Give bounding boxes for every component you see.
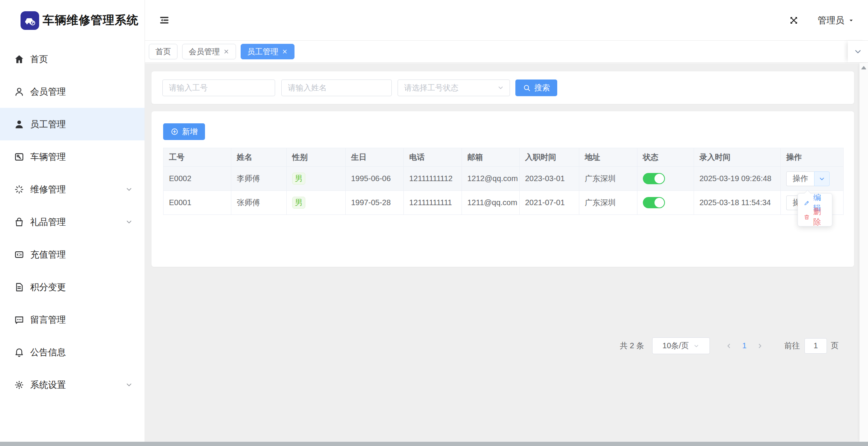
scrollbar-up-arrow-icon[interactable] <box>861 66 866 69</box>
table-header-row: 工号 姓名 性别 生日 电话 邮箱 入职时间 地址 状态 录入时间 操作 <box>164 148 844 167</box>
topbar: 管理员 <box>145 0 868 41</box>
col-header-status: 状态 <box>637 148 694 167</box>
tabbar: 首页 会员管理 员工管理 <box>145 41 868 63</box>
status-select[interactable]: 请选择工号状态 <box>398 80 510 96</box>
add-button-label: 新增 <box>182 126 198 137</box>
sidebar-item-label: 员工管理 <box>30 118 66 130</box>
chevron-down-icon <box>125 185 133 193</box>
cell-name: 李师傅 <box>231 167 287 191</box>
employee-table-card: 新增 工号 姓名 性别 生日 电话 邮箱 入职时间 地址 状态 <box>152 111 854 267</box>
vertical-scrollbar[interactable] <box>859 63 868 442</box>
cell-phone: 12111111112 <box>404 167 462 191</box>
row-action-button[interactable]: 操作 <box>786 171 830 186</box>
vehicle-icon <box>14 152 24 162</box>
col-header-phone: 电话 <box>404 148 462 167</box>
points-icon <box>14 282 24 292</box>
status-select-placeholder: 请选择工号状态 <box>404 83 497 93</box>
cell-id: E0001 <box>164 191 231 215</box>
cell-created-at: 2025-03-19 09:26:48 <box>694 167 781 191</box>
cell-name: 张师傅 <box>231 191 287 215</box>
plus-circle-icon <box>170 128 179 136</box>
sidebar-item-members[interactable]: 会员管理 <box>0 75 145 108</box>
employee-name-input[interactable] <box>281 80 392 96</box>
status-toggle[interactable] <box>643 173 665 184</box>
cell-email: 1212@qq.com <box>462 167 520 191</box>
settings-gear-icon <box>14 380 24 390</box>
pagination-total: 共 2 条 <box>620 341 644 351</box>
pagination: 共 2 条 10条/页 1 前往 页 <box>620 337 839 354</box>
main-area: 管理员 首页 会员管理 员工管理 <box>145 0 868 63</box>
sidebar-item-gifts[interactable]: 礼品管理 <box>0 206 145 238</box>
goto-page-input[interactable] <box>804 338 827 354</box>
tab-home[interactable]: 首页 <box>149 44 177 59</box>
message-icon <box>14 315 24 325</box>
recharge-icon <box>14 249 24 260</box>
car-repair-logo-icon <box>21 11 39 30</box>
col-header-id: 工号 <box>164 148 231 167</box>
chevron-down-icon <box>497 84 504 91</box>
fullscreen-icon[interactable] <box>789 15 799 26</box>
sidebar-item-employees[interactable]: 员工管理 <box>0 108 145 140</box>
employee-id-input[interactable] <box>162 80 275 96</box>
tab-label: 首页 <box>155 47 171 57</box>
cell-join-date: 2023-03-01 <box>520 167 579 191</box>
close-icon[interactable] <box>282 48 288 55</box>
sidebar-fold-icon[interactable] <box>159 15 170 26</box>
sidebar-item-repairs[interactable]: 维修管理 <box>0 173 145 206</box>
delete-menu-item[interactable]: 删除 <box>798 210 832 224</box>
sidebar-item-label: 系统设置 <box>30 379 66 391</box>
app-logo: 车辆维修管理系统 <box>0 0 145 41</box>
user-menu[interactable]: 管理员 <box>818 14 854 26</box>
chevron-down-icon <box>854 47 862 56</box>
table-row: E0002 李师傅 男 1995-06-06 12111111112 1212@… <box>164 167 844 191</box>
tab-list-dropdown-button[interactable] <box>848 41 868 62</box>
row-action-label[interactable]: 操作 <box>786 171 814 186</box>
sidebar-item-messages[interactable]: 留言管理 <box>0 303 145 336</box>
cell-id: E0002 <box>164 167 231 191</box>
sidebar-item-label: 积分变更 <box>30 281 66 293</box>
employee-table: 工号 姓名 性别 生日 电话 邮箱 入职时间 地址 状态 录入时间 操作 E00… <box>163 148 844 215</box>
gender-tag: 男 <box>292 197 305 209</box>
row-action-menu: 编辑 删除 <box>797 193 832 226</box>
sidebar-item-label: 公告信息 <box>30 346 66 358</box>
search-button[interactable]: 搜索 <box>515 80 557 96</box>
sidebar-item-vehicles[interactable]: 车辆管理 <box>0 140 145 173</box>
sidebar-item-settings[interactable]: 系统设置 <box>0 368 145 401</box>
table-row: E0001 张师傅 男 1997-05-28 12111111111 1211@… <box>164 191 844 215</box>
col-header-gender: 性别 <box>287 148 346 167</box>
cell-address: 广东深圳 <box>579 167 637 191</box>
col-header-address: 地址 <box>579 148 637 167</box>
sidebar-menu: 首页 会员管理 员工管理 车辆管理 维修管理 礼品管理 充值管理 <box>0 43 145 401</box>
sidebar-item-label: 充值管理 <box>30 249 66 261</box>
caret-down-icon <box>848 17 854 24</box>
status-toggle[interactable] <box>643 197 665 208</box>
cell-phone: 12111111111 <box>404 191 462 215</box>
delete-menu-label: 删除 <box>813 206 826 227</box>
sidebar-item-home[interactable]: 首页 <box>0 43 145 75</box>
col-header-name: 姓名 <box>231 148 287 167</box>
sidebar-item-recharge[interactable]: 充值管理 <box>0 238 145 271</box>
sidebar-item-label: 车辆管理 <box>30 151 66 163</box>
tab-employees[interactable]: 员工管理 <box>241 44 294 59</box>
tab-members[interactable]: 会员管理 <box>182 44 236 59</box>
chevron-down-icon <box>818 175 825 182</box>
cell-birthday: 1995-06-06 <box>346 167 404 191</box>
row-action-dropdown-toggle[interactable] <box>814 171 830 186</box>
col-header-birthday: 生日 <box>346 148 404 167</box>
page-size-select[interactable]: 10条/页 <box>652 337 710 354</box>
add-button[interactable]: 新增 <box>163 123 205 140</box>
notice-bell-icon <box>14 347 24 358</box>
page-number-1[interactable]: 1 <box>738 341 751 350</box>
close-icon[interactable] <box>223 48 229 55</box>
chevron-right-icon <box>756 342 763 349</box>
next-page-button[interactable] <box>751 342 769 349</box>
prev-page-button[interactable] <box>720 342 738 349</box>
horizontal-scrollbar[interactable] <box>0 442 868 446</box>
search-panel: 请选择工号状态 搜索 <box>152 71 854 104</box>
cell-address: 广东深圳 <box>579 191 637 215</box>
sidebar-item-notices[interactable]: 公告信息 <box>0 336 145 368</box>
sidebar-item-points[interactable]: 积分变更 <box>0 271 145 303</box>
chevron-down-icon <box>125 218 133 226</box>
tab-label: 员工管理 <box>247 47 278 57</box>
tab-label: 会员管理 <box>189 47 220 57</box>
